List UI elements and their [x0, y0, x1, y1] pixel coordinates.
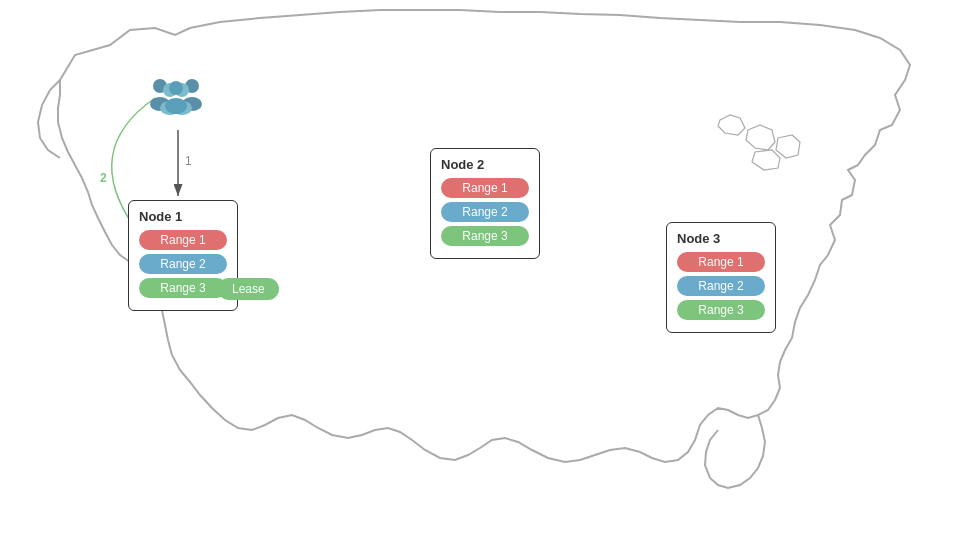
node3-title: Node 3 [677, 231, 765, 246]
node3-range2: Range 2 [677, 276, 765, 296]
node1-range2: Range 2 [139, 254, 227, 274]
node3-box: Node 3 Range 1 Range 2 Range 3 [666, 222, 776, 333]
node2-range3: Range 3 [441, 226, 529, 246]
users-icon [148, 68, 204, 124]
node2-box: Node 2 Range 1 Range 2 Range 3 [430, 148, 540, 259]
node1-range1: Range 1 [139, 230, 227, 250]
node1-title: Node 1 [139, 209, 227, 224]
node1-range3: Range 3 [139, 278, 227, 298]
svg-text:2: 2 [100, 171, 107, 185]
node3-range1: Range 1 [677, 252, 765, 272]
node2-title: Node 2 [441, 157, 529, 172]
svg-point-13 [165, 98, 187, 114]
svg-text:1: 1 [185, 154, 192, 168]
node2-range1: Range 1 [441, 178, 529, 198]
svg-point-12 [169, 81, 183, 95]
node3-range3: Range 3 [677, 300, 765, 320]
lease-pill: Lease [218, 278, 279, 300]
node2-range2: Range 2 [441, 202, 529, 222]
